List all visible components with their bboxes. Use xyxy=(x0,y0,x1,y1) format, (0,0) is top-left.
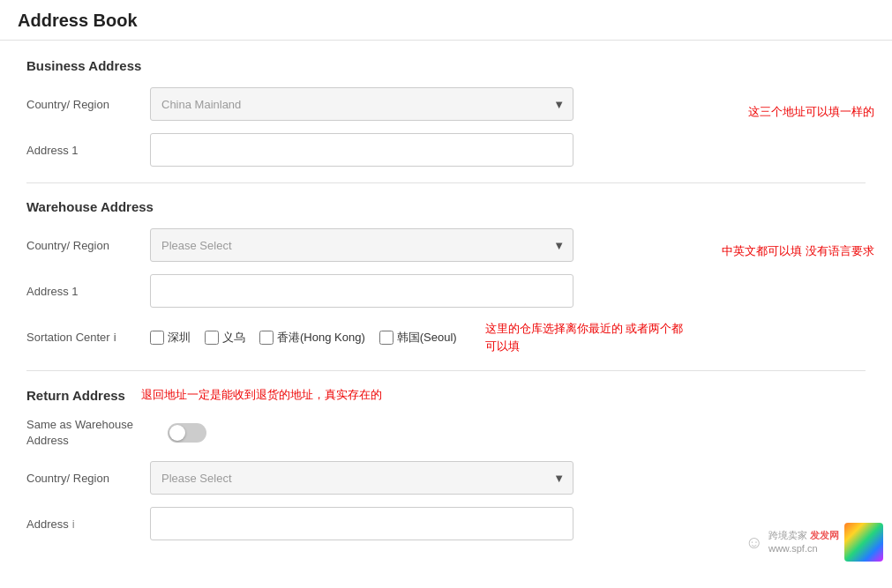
business-address1-row: Address 1 xyxy=(26,133,866,167)
warehouse-country-label: Country/ Region xyxy=(26,239,150,252)
sortation-shenzhen-checkbox[interactable] xyxy=(150,331,164,345)
business-country-row: Country/ Region China Mainland ▼ xyxy=(26,87,866,121)
page-title: Address Book xyxy=(18,11,874,31)
sortation-yiwu-label[interactable]: 义乌 xyxy=(222,330,245,346)
divider-2 xyxy=(26,370,866,371)
business-address-title: Business Address xyxy=(26,58,866,73)
business-address-section: Business Address Country/ Region China M… xyxy=(26,58,866,167)
sortation-seoul-label[interactable]: 韩国(Seoul) xyxy=(397,330,457,346)
divider-1 xyxy=(26,182,866,183)
return-address-input[interactable] xyxy=(150,507,573,540)
sortation-yiwu-checkbox[interactable] xyxy=(205,331,219,345)
return-address-title: Return Address xyxy=(26,388,125,403)
content-area: 这三个地址可以填一样的 中英文都可以填 没有语言要求 Business Addr… xyxy=(0,41,892,570)
logo-icon xyxy=(844,523,883,562)
watermark: ☺ 跨境卖家 发发网 www.spf.cn xyxy=(746,523,883,562)
annotation-language: 中英文都可以填 没有语言要求 xyxy=(722,243,874,259)
sortation-center-row: Sortation Center i 深圳 义乌 香港(Hong Kong) xyxy=(26,320,866,354)
warehouse-address1-row: Address 1 xyxy=(26,274,866,308)
return-address-header: Return Address 退回地址一定是能收到退货的地址，真实存在的 xyxy=(26,387,866,403)
same-as-warehouse-row: Same as Warehouse Address xyxy=(26,417,866,449)
watermark-text: 跨境卖家 发发网 www.spf.cn xyxy=(768,529,839,556)
business-address1-input[interactable] xyxy=(150,133,573,167)
sortation-shenzhen-item: 深圳 xyxy=(150,330,191,346)
return-address-row: Address i xyxy=(26,507,866,540)
same-as-warehouse-label: Same as Warehouse Address xyxy=(26,417,168,449)
wechat-icon: ☺ xyxy=(746,532,763,553)
sortation-hongkong-item: 香港(Hong Kong) xyxy=(259,330,365,346)
same-as-warehouse-toggle[interactable] xyxy=(168,423,206,443)
return-address-info-icon[interactable]: i xyxy=(72,517,75,531)
business-country-select-wrapper: China Mainland ▼ xyxy=(150,87,573,121)
sortation-shenzhen-label[interactable]: 深圳 xyxy=(168,330,191,346)
warehouse-address-section: Warehouse Address Country/ Region Please… xyxy=(26,199,866,354)
sortation-seoul-checkbox[interactable] xyxy=(379,331,394,345)
page-wrapper: Address Book 这三个地址可以填一样的 中英文都可以填 没有语言要求 … xyxy=(0,0,892,588)
return-country-label: Country/ Region xyxy=(26,472,150,485)
return-country-select-wrapper: Please Select ▼ xyxy=(150,461,573,495)
page-header: Address Book xyxy=(0,0,892,41)
return-address-section: Return Address 退回地址一定是能收到退货的地址，真实存在的 Sam… xyxy=(26,387,866,540)
same-as-warehouse-toggle-wrap xyxy=(168,423,206,443)
sortation-yiwu-item: 义乌 xyxy=(205,330,245,346)
return-country-select[interactable]: Please Select xyxy=(150,461,573,495)
warehouse-address1-label: Address 1 xyxy=(26,285,150,298)
sortation-info-icon[interactable]: i xyxy=(114,331,116,344)
sortation-seoul-item: 韩国(Seoul) xyxy=(379,330,457,346)
business-country-select[interactable]: China Mainland xyxy=(150,87,573,121)
return-address-annotation: 退回地址一定是能收到退货的地址，真实存在的 xyxy=(141,387,382,403)
warehouse-address-title: Warehouse Address xyxy=(26,199,866,214)
annotation-same-address: 这三个地址可以填一样的 xyxy=(748,104,874,120)
sortation-hongkong-label[interactable]: 香港(Hong Kong) xyxy=(277,330,365,346)
warehouse-country-select-wrapper: Please Select ▼ xyxy=(150,228,573,262)
warehouse-country-select[interactable]: Please Select xyxy=(150,228,573,262)
business-address1-label: Address 1 xyxy=(26,144,150,157)
sortation-checkboxes: 深圳 义乌 香港(Hong Kong) 韩国(Seoul) 这里的仓库选择离 xyxy=(150,320,683,354)
warehouse-address1-wrap xyxy=(150,274,573,308)
return-country-row: Country/ Region Please Select ▼ xyxy=(26,461,866,495)
return-address-label: Address i xyxy=(26,517,150,531)
warehouse-address1-input[interactable] xyxy=(150,274,573,308)
sortation-hongkong-checkbox[interactable] xyxy=(259,331,274,345)
business-address1-wrap xyxy=(150,133,573,167)
business-country-label: Country/ Region xyxy=(26,98,150,111)
sortation-annotation: 这里的仓库选择离你最近的 或者两个都可以填 xyxy=(485,320,684,354)
sortation-label: Sortation Center i xyxy=(26,331,150,344)
return-address-input-wrap xyxy=(150,507,573,540)
